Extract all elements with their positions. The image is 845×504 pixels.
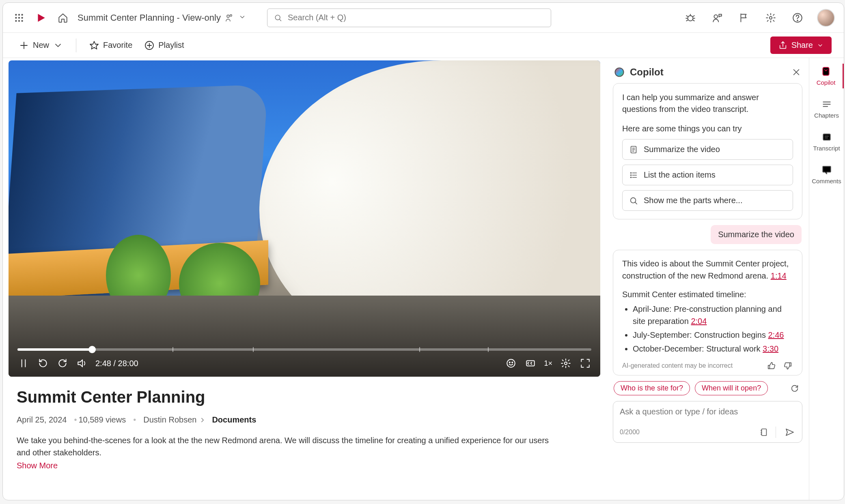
fullscreen-icon[interactable] <box>579 357 591 369</box>
home-icon[interactable] <box>56 11 70 25</box>
timestamp-link[interactable]: 2:46 <box>768 330 784 339</box>
notebook-icon[interactable] <box>758 426 770 438</box>
rail-tab-transcript[interactable]: Transcript <box>809 129 844 154</box>
svg-marker-53 <box>786 429 793 435</box>
svg-point-33 <box>565 362 567 365</box>
response-lead: This video is about the Summit Center pr… <box>622 257 793 282</box>
svg-point-11 <box>230 14 232 16</box>
document-title: Summit Center Planning - View-only <box>78 13 221 23</box>
rail-tab-chapters-label: Chapters <box>814 112 839 119</box>
stream-app-icon[interactable] <box>34 11 48 25</box>
player-time: 2:48 / 28:00 <box>95 359 138 368</box>
suggestion-show-parts[interactable]: Show me the parts where... <box>622 190 793 211</box>
video-author-link[interactable]: Dustin Robsen <box>143 415 206 425</box>
player-controls: 2:48 / 28:00 1× <box>9 343 600 377</box>
show-more-link[interactable]: Show More <box>17 461 592 470</box>
playback-speed[interactable]: 1× <box>544 359 552 368</box>
rail-tab-chapters[interactable]: Chapters <box>809 97 844 121</box>
svg-rect-54 <box>823 67 829 75</box>
progress-bar[interactable] <box>17 348 591 351</box>
thumbs-up-icon[interactable] <box>766 360 777 371</box>
svg-point-18 <box>797 20 798 21</box>
reactions-icon[interactable] <box>505 357 517 369</box>
rail-tab-copilot-label: Copilot <box>817 79 836 86</box>
followup-chips: Who is the site for? When will it open? <box>614 381 802 395</box>
title-chevron-down-icon[interactable] <box>239 13 246 23</box>
timeline-item-text: April-June: Pre-construction planning an… <box>633 305 782 326</box>
app-launcher-icon[interactable] <box>12 11 26 25</box>
top-app-bar: Summit Center Planning - View-only <box>3 3 844 33</box>
share-button[interactable]: Share <box>770 36 832 54</box>
svg-rect-58 <box>823 134 830 140</box>
pause-icon[interactable] <box>17 357 30 369</box>
search-box[interactable] <box>267 9 551 27</box>
copilot-title: Copilot <box>630 66 664 78</box>
person-feedback-icon[interactable] <box>710 11 724 25</box>
flag-icon[interactable] <box>737 11 751 25</box>
top-right-tools <box>683 9 835 27</box>
svg-point-4 <box>18 17 20 18</box>
video-author: Dustin Robsen <box>143 415 196 425</box>
svg-point-16 <box>770 16 772 19</box>
progress-thumb[interactable] <box>88 346 96 353</box>
send-icon[interactable] <box>783 426 795 438</box>
svg-point-6 <box>15 20 17 21</box>
timeline-item-text: July-September: Construction begins <box>633 330 768 339</box>
video-description: We take you behind-the-scenes for a look… <box>17 434 552 459</box>
captions-icon[interactable] <box>524 357 537 369</box>
new-button[interactable]: New <box>15 38 67 53</box>
svg-point-10 <box>227 15 229 17</box>
svg-point-45 <box>631 175 632 176</box>
rail-tab-comments-label: Comments <box>812 178 841 184</box>
content-column: 2:48 / 28:00 1× Summit Center Planning A… <box>3 58 606 500</box>
document-title-area: Summit Center Planning - View-only <box>78 13 246 23</box>
copilot-intro-card: I can help you summarize and answer ques… <box>613 83 802 219</box>
copilot-intro-text: I can help you summarize and answer ques… <box>622 92 793 115</box>
skip-forward-10-icon[interactable] <box>56 357 69 369</box>
share-label: Share <box>791 41 813 50</box>
copilot-ask-box[interactable]: 0/2000 <box>613 401 802 443</box>
suggestion-action-items[interactable]: List the action items <box>622 165 793 185</box>
chevron-down-icon <box>53 41 63 50</box>
skip-back-10-icon[interactable] <box>37 357 49 369</box>
rail-tab-copilot[interactable]: Copilot <box>809 64 844 88</box>
favorite-button[interactable]: Favorite <box>85 38 136 53</box>
timestamp-link[interactable]: 3:30 <box>763 344 778 353</box>
close-icon[interactable] <box>790 66 802 78</box>
help-icon[interactable] <box>790 11 805 25</box>
progress-fill <box>17 348 92 351</box>
shared-with-icon[interactable] <box>225 13 235 23</box>
user-avatar[interactable] <box>817 9 835 27</box>
player-settings-icon[interactable] <box>560 357 572 369</box>
volume-icon[interactable] <box>76 357 88 369</box>
svg-point-2 <box>21 14 23 15</box>
settings-gear-icon[interactable] <box>763 11 778 25</box>
breadcrumb-documents[interactable]: Documents <box>212 415 256 425</box>
svg-line-48 <box>635 202 637 204</box>
chip-who-site-for[interactable]: Who is the site for? <box>614 381 690 395</box>
svg-point-7 <box>18 20 20 21</box>
timestamp-link[interactable]: 1:14 <box>771 271 787 280</box>
rail-tab-comments[interactable]: Comments <box>809 162 844 187</box>
bug-icon[interactable] <box>683 11 698 25</box>
char-count: 0/2000 <box>620 429 640 436</box>
svg-point-30 <box>509 362 510 363</box>
playlist-button[interactable]: Playlist <box>140 38 188 53</box>
suggestion-summarize[interactable]: Summarize the video <box>622 139 793 160</box>
refresh-suggestions-icon[interactable] <box>788 382 802 395</box>
timestamp-link[interactable]: 2:04 <box>691 317 707 326</box>
copilot-panel: Copilot I can help you summarize and ans… <box>606 58 809 500</box>
timeline-item-text: October-December: Structural work <box>633 344 763 353</box>
copilot-ask-input[interactable] <box>620 407 795 416</box>
search-input[interactable] <box>288 13 544 22</box>
app-window: Summit Center Planning - View-only New <box>2 2 844 500</box>
video-player[interactable]: 2:48 / 28:00 1× <box>9 60 600 377</box>
search-icon <box>274 14 282 22</box>
chevron-down-icon <box>817 42 823 49</box>
svg-point-15 <box>714 15 718 18</box>
svg-marker-9 <box>38 14 45 22</box>
chip-when-open[interactable]: When will it open? <box>695 381 768 395</box>
svg-point-5 <box>21 17 23 18</box>
thumbs-down-icon[interactable] <box>782 360 793 371</box>
main-area: 2:48 / 28:00 1× Summit Center Planning A… <box>3 58 844 500</box>
